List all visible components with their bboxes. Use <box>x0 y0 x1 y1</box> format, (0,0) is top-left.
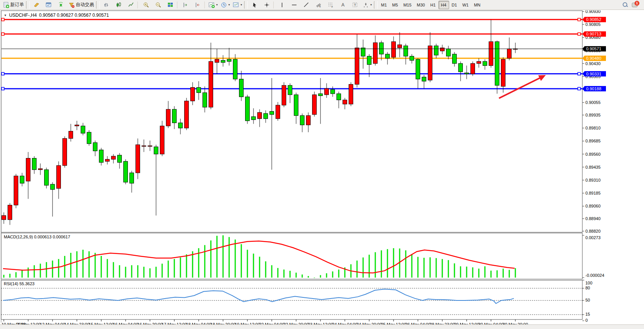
svg-text:0: 0 <box>585 318 588 323</box>
dropdown-caret-icon[interactable]: ▾ <box>241 3 242 6</box>
search-button[interactable] <box>622 2 628 8</box>
autotrade-icon <box>69 2 75 8</box>
chart-canvas[interactable]: 0.909300.908050.906800.905550.904300.903… <box>0 10 644 325</box>
line-chart-button[interactable] <box>125 0 137 10</box>
templates-button[interactable]: ▾ <box>231 0 244 10</box>
gold-icon <box>33 2 40 8</box>
search-icon <box>622 2 628 8</box>
rsi-indicator-label: RSI(14) 55.3623 <box>4 281 35 286</box>
svg-text:0.90055: 0.90055 <box>585 100 601 105</box>
arrows-button[interactable]: ▾ <box>361 0 373 10</box>
macd-indicator-label: MACD(12,26,9) 0.000613 0.000617 <box>4 235 70 239</box>
svg-text:0.90930: 0.90930 <box>585 10 601 14</box>
svg-text:0.89435: 0.89435 <box>585 165 601 169</box>
timeframe-m30-button[interactable]: M30 <box>414 1 427 9</box>
toolbar-separator <box>177 2 179 8</box>
timeframe-m15-button[interactable]: M15 <box>401 1 414 9</box>
tile-windows-button[interactable] <box>164 0 177 10</box>
svg-text:0.88940: 0.88940 <box>585 216 601 221</box>
time-axis[interactable]: 10 May 202311 May 12:0012 May 04:0014 Ma… <box>2 319 528 325</box>
styles-button[interactable] <box>30 0 43 10</box>
macd-pane[interactable]: 0.00273-0.000024 <box>3 235 604 278</box>
chart-shift-button[interactable] <box>192 0 204 10</box>
auto-scroll-button[interactable] <box>180 0 192 10</box>
timeframe-mn-button[interactable]: MN <box>471 1 483 9</box>
timeframe-h1-button[interactable]: H1 <box>427 1 438 9</box>
trendline-button[interactable] <box>300 0 312 10</box>
svg-text:0.90852: 0.90852 <box>586 17 601 22</box>
text-button[interactable]: A <box>337 0 349 10</box>
svg-text:T: T <box>354 3 356 7</box>
svg-text:0.90571: 0.90571 <box>586 46 601 51</box>
chart-title: ▼ USDCHF-,H4 0.90567 0.90627 0.90567 0.9… <box>4 13 109 18</box>
toolbar-separator <box>244 1 248 9</box>
vertical-line-button[interactable] <box>276 0 288 10</box>
new-order-button-label: 新订单 <box>10 2 24 8</box>
cursor-button[interactable] <box>249 0 261 10</box>
rsi-pane[interactable]: 1008050150 <box>1 280 592 323</box>
svg-text:E: E <box>319 5 321 8</box>
fibonacci-button[interactable]: F <box>325 0 337 10</box>
timeframe-h4-button[interactable]: H4 <box>438 1 449 9</box>
metaeditor-button[interactable] <box>43 0 55 10</box>
new-order-button[interactable]: 新订单 <box>2 0 26 10</box>
svg-text:F: F <box>332 6 333 8</box>
svg-text:50: 50 <box>585 298 590 302</box>
hline-icon <box>291 2 297 8</box>
trend-arrow-annotation[interactable] <box>499 75 546 98</box>
toolbar: 新订单自动交易▾▾▾EFAT▾M1M5M15M30H1H4D1W1MN1 <box>0 0 644 10</box>
candlestick-series[interactable] <box>2 20 518 225</box>
chevron-down-icon[interactable]: ▼ <box>4 14 7 17</box>
autotrading-button[interactable]: 自动交易 <box>67 0 96 10</box>
zoom-in-button[interactable] <box>140 0 152 10</box>
application-window: 新订单自动交易▾▾▾EFAT▾M1M5M15M30H1H4D1W1MN1 0.9… <box>0 0 644 329</box>
svg-text:0.90430: 0.90430 <box>585 61 601 66</box>
macd-max-label: 0.00273 <box>585 235 601 240</box>
dropdown-caret-icon[interactable]: ▾ <box>370 3 372 6</box>
horizontal-line-button[interactable] <box>288 0 300 10</box>
periods-button[interactable]: ▾ <box>219 0 231 10</box>
indicators-button[interactable]: ▾ <box>207 0 219 10</box>
bar-chart-button[interactable] <box>100 0 113 10</box>
timeframe-m5-button[interactable]: M5 <box>389 1 400 9</box>
svg-text:0.89310: 0.89310 <box>585 178 601 182</box>
clock-icon <box>221 2 227 8</box>
svg-text:0.89060: 0.89060 <box>585 204 601 208</box>
crosshair-button[interactable] <box>261 0 273 10</box>
toolbar-separator <box>137 2 140 8</box>
cross-icon <box>264 2 270 8</box>
toolbar-separator <box>26 1 30 9</box>
shapes-icon <box>363 2 369 8</box>
tiles-icon <box>167 2 174 8</box>
toolbar-separator <box>374 1 378 9</box>
price-axis[interactable]: 0.909300.908050.906800.905550.904300.903… <box>582 10 601 233</box>
dropdown-caret-icon[interactable]: ▾ <box>216 3 218 6</box>
dropdown-caret-icon[interactable]: ▾ <box>228 3 230 6</box>
timeframe-w1-button[interactable]: W1 <box>460 1 472 9</box>
timeframe-m1-button[interactable]: M1 <box>378 1 389 9</box>
candlestick-chart-button[interactable] <box>113 0 125 10</box>
toolbar-separator <box>96 1 100 9</box>
chart-window[interactable]: 0.909300.908050.906800.905550.904300.903… <box>0 10 644 325</box>
ohlc-values: 0.90567 0.90627 0.90567 0.90571 <box>39 13 109 18</box>
timeframe-d1-button[interactable]: D1 <box>449 1 460 9</box>
price-badges: 0.908520.907130.904800.903310.901880.905… <box>582 17 606 91</box>
signals-button[interactable] <box>55 0 67 10</box>
chat-button[interactable]: 1 <box>632 2 639 8</box>
toolbar-separator <box>273 2 276 8</box>
fibo-icon: F <box>328 2 334 8</box>
vline-icon <box>279 2 285 8</box>
bars-icon <box>104 2 110 8</box>
neworder-icon <box>3 2 9 8</box>
tline-icon <box>303 2 309 8</box>
shift-icon <box>195 2 201 8</box>
notification-badge: 1 <box>634 1 639 6</box>
svg-text:0.88820: 0.88820 <box>585 229 601 233</box>
zoom-out-button[interactable] <box>152 0 164 10</box>
labelT-icon: T <box>352 2 358 8</box>
symbol-period-label: USDCHF-,H4 <box>9 13 37 18</box>
text-label-button[interactable]: T <box>349 0 361 10</box>
svg-text:0.90331: 0.90331 <box>586 72 601 76</box>
equidistant-channel-button[interactable]: E <box>312 0 325 10</box>
template-icon <box>233 2 239 8</box>
